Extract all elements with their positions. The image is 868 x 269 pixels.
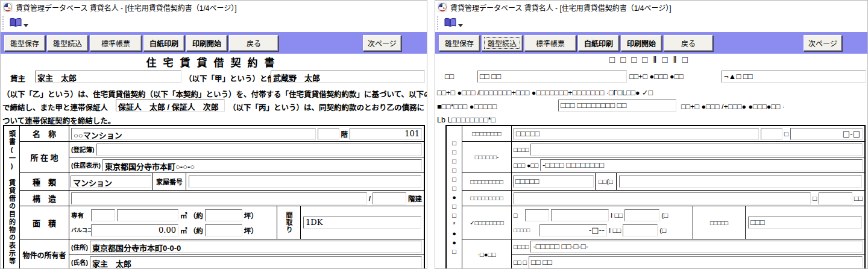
floors-suffix-label: 階建	[408, 194, 422, 203]
owner-address-field[interactable]: -□□□□□ □□-□-□-	[530, 241, 863, 253]
tsubo-label-2: 坪）	[244, 226, 258, 235]
contract-text-line3-pre: で締結し、また甲と連帯保証人	[2, 101, 108, 113]
exclusive-area-field-2[interactable]	[551, 209, 609, 221]
madori-field[interactable]: 1DK	[303, 217, 421, 229]
standard-form-button[interactable]: 標準帳票	[90, 35, 142, 51]
owner-address-label: □□□□	[514, 243, 529, 250]
exclusive-area-field-1[interactable]	[91, 209, 115, 221]
report-book-button[interactable]	[7, 16, 31, 30]
floor-small-field[interactable]	[318, 128, 339, 140]
window-right: 賃貸管理データベース 賃貸名人 - [住宅用賃貸借契約書（1/4ページ）] 雛型…	[435, 0, 868, 269]
toolbar-row	[435, 14, 867, 32]
toolbar-grip[interactable]	[437, 16, 439, 30]
exclusive-area-label: □	[514, 212, 523, 219]
clause-kou-text: （以下「甲」という）と借主	[184, 72, 283, 84]
tsubo-label-1: (□	[661, 212, 668, 219]
lessee-field[interactable]: 武蔵野 太郎	[271, 71, 425, 83]
owner-label: 物件の所有者	[20, 239, 69, 269]
type-label: □□□□□□□□□	[462, 173, 512, 190]
contract-form: 住宅賃貸借契約書 貸主 家主 太郎 （以下「甲」という）と借主 武蔵野 太郎 （…	[1, 54, 427, 268]
back-button[interactable]: 戻る	[664, 35, 713, 51]
contract-text-line3-pre: ■□□*□□□ ●□□□□□	[437, 103, 497, 111]
toolbar-row	[1, 14, 427, 32]
owner-name-field[interactable]: □□ □□	[529, 256, 863, 268]
floors-field[interactable]	[373, 192, 406, 204]
standard-form-button[interactable]: 標準帳票	[524, 35, 576, 51]
registry-field[interactable]	[96, 144, 423, 156]
clause-kou-text: □□+□ ●□□□ ●□□	[629, 72, 684, 81]
book-icon	[444, 17, 457, 28]
structure-slash: /	[369, 195, 371, 202]
blank-print-button[interactable]: 白紙印刷	[578, 35, 619, 51]
owner-name-label: □□ □	[514, 259, 527, 266]
registry-field[interactable]	[530, 144, 863, 156]
save-template-button[interactable]: 雛型保存	[4, 35, 45, 51]
floor-small-field[interactable]	[761, 128, 782, 140]
name-field[interactable]: □□□□□	[514, 128, 759, 140]
type-field[interactable]: □□□□□	[513, 176, 594, 188]
window-left: 賃貸管理データベース 賃貸名人 - [住宅用賃貸借契約書（1/4ページ）] 雛型…	[0, 0, 427, 269]
balcony-area-field[interactable]: -□--	[539, 224, 607, 236]
exclusive-tsubo-field[interactable]	[205, 209, 242, 221]
floors-field[interactable]	[819, 192, 852, 204]
back-button[interactable]: 戻る	[229, 35, 278, 51]
window-title: 賃貸管理データベース 賃貸名人 - [住宅用賃貸借契約書（1/4ページ）]	[16, 2, 237, 13]
floor-field[interactable]: 101	[350, 128, 422, 140]
app-mascot-icon	[438, 2, 447, 12]
blank-print-button[interactable]: 白紙印刷	[143, 35, 184, 51]
owner-address-field[interactable]: 東京都国分寺市本町0-0-0	[90, 241, 422, 253]
next-page-button[interactable]: 次ページ	[363, 35, 401, 51]
house-number-field[interactable]	[619, 176, 862, 188]
table-row-name: 名 称 ○○マンション 階 101	[20, 126, 424, 142]
toolbar-grip[interactable]	[2, 16, 5, 30]
contract-text-line3-post: （以下「丙」という）は、同契約約款のとおり乙の債務に	[228, 101, 424, 113]
owner-name-field[interactable]: 家主 太郎	[90, 256, 422, 268]
lessee-field[interactable]: ¬▲□ □□	[722, 71, 866, 83]
load-template-button[interactable]: 雛型読込	[482, 35, 523, 51]
lessor-field[interactable]: □□ □□	[477, 71, 627, 83]
exclusive-tsubo-field[interactable]	[624, 209, 659, 221]
lessor-field[interactable]: 家主 太郎	[35, 71, 181, 83]
table-row-owner: 物件の所有者 (住所) 東京都国分寺市本町0-0-0 (氏名) 家主 太郎	[20, 239, 424, 269]
display-address-field[interactable]: -□□□□ □□□□□□□□	[540, 159, 863, 171]
contract-text-line2: （以下「乙」という）は、住宅賃貸借契約（以下「本契約」という）を、付帯する「住宅…	[2, 88, 427, 100]
name-field[interactable]: ○○マンション	[71, 128, 316, 140]
display-address-field[interactable]: 東京都国分寺市本町○-○-○	[102, 159, 422, 171]
house-number-label: 家屋番号	[153, 173, 186, 190]
sqm-approx-label-2: ㎡ （約	[180, 226, 203, 235]
balcony-area-field[interactable]: 0.00	[91, 224, 178, 236]
exclusive-area-label: 専有	[71, 210, 89, 220]
guarantor-field[interactable]: □□□ □□□□□□□□ □□	[558, 100, 676, 112]
type-field[interactable]: マンション	[71, 176, 151, 188]
registry-label: □□□□	[514, 146, 529, 153]
sidebar-caption: 頭書(一) 賃貸借の目的物の表示等	[7, 130, 17, 265]
sqm-approx-label-2: Ι □□	[609, 227, 621, 234]
structure-field[interactable]	[71, 192, 367, 204]
madori-field[interactable]: □□□	[748, 217, 862, 229]
start-print-button[interactable]: 印刷開始	[186, 35, 227, 51]
save-template-button[interactable]: 雛型保存	[439, 35, 480, 51]
type-label: 種 類	[20, 173, 69, 190]
next-page-button[interactable]: 次ページ	[804, 35, 842, 51]
house-number-field[interactable]	[189, 176, 421, 188]
chevron-down-icon	[458, 24, 463, 27]
structure-field[interactable]	[514, 192, 811, 204]
property-table: 頭書(一) 賃貸借の目的物の表示等 名 称 ○○マンション 階 101 所 在 …	[3, 125, 425, 269]
floor-field[interactable]: □-□	[790, 128, 863, 140]
title-bar[interactable]: 賃貸管理データベース 賃貸名人 - [住宅用賃貸借契約書（1/4ページ）]	[1, 1, 427, 14]
structure-label: 構 造	[20, 191, 69, 206]
guarantor-field[interactable]: 保証人 太郎 / 保証人 次郎	[116, 100, 225, 112]
table-sidebar: 頭書(一) 賃貸借の目的物の表示等	[4, 126, 20, 269]
start-print-button[interactable]: 印刷開始	[621, 35, 662, 51]
report-book-button[interactable]	[441, 16, 465, 30]
structure-label: □□□□□□□□□	[462, 191, 512, 206]
exclusive-area-field-1[interactable]	[525, 209, 549, 221]
balcony-tsubo-field[interactable]	[205, 224, 242, 236]
sqm-approx-label-1: ㎡ （約	[180, 210, 203, 220]
load-template-button[interactable]: 雛型読込	[47, 35, 88, 51]
balcony-tsubo-field[interactable]	[623, 224, 658, 236]
exclusive-area-field-2[interactable]	[117, 209, 178, 221]
table-row-owner: ·□●□□ □□□□ -□□□□□ □□-□-□- □□ □ □□ □□	[462, 239, 864, 269]
house-number-label: □□(□	[595, 173, 617, 190]
title-bar[interactable]: 賃貸管理データベース 賃貸名人 - [住宅用賃貸借契約書（1/4ページ）]	[435, 1, 867, 14]
